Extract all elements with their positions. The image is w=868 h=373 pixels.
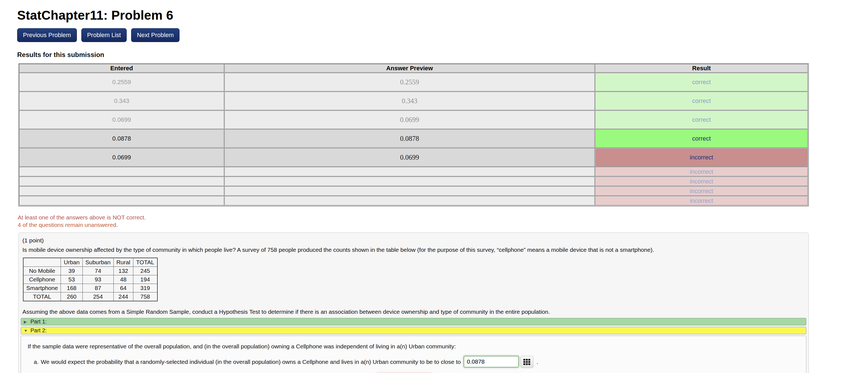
error-message: At least one of the answers above is NOT… xyxy=(18,214,868,221)
data-cell: 194 xyxy=(133,275,157,284)
preview-cell xyxy=(224,167,595,177)
previous-problem-button[interactable]: Previous Problem xyxy=(17,28,77,42)
result-cell: incorrect xyxy=(595,148,808,167)
entered-cell: 0.2559 xyxy=(19,73,224,92)
preview-cell xyxy=(224,186,595,196)
data-cell: 64 xyxy=(114,284,133,292)
result-cell: incorrect xyxy=(595,167,808,177)
table-row: 0.343 0.343 correct xyxy=(19,92,808,111)
data-cell: 74 xyxy=(83,267,114,275)
table-row: 0.2559 0.2559 correct xyxy=(19,73,808,92)
data-cell: 39 xyxy=(61,267,83,275)
page-title: StatChapter11: Problem 6 xyxy=(17,8,868,23)
result-cell: incorrect xyxy=(595,177,808,186)
results-heading: Results for this submission xyxy=(17,51,868,59)
row-label: No Mobile xyxy=(23,267,61,275)
question-a-text: We would expect the probability that a r… xyxy=(41,359,461,365)
problem-statement: Is mobile device ownership affected by t… xyxy=(22,247,806,253)
part2-accordion-header[interactable]: ▼ Part 2: xyxy=(21,327,806,334)
data-cell: 48 xyxy=(114,275,133,284)
next-problem-button[interactable]: Next Problem xyxy=(131,28,180,42)
problem-list-button[interactable]: Problem List xyxy=(81,28,127,42)
points-label: (1 point) xyxy=(22,237,806,244)
entered-cell: 0.343 xyxy=(19,92,224,111)
data-cell: 254 xyxy=(83,292,114,301)
preview-cell: 0.343 xyxy=(224,92,595,111)
contingency-table: Urban Suburban Rural TOTAL No Mobile 39 … xyxy=(23,258,158,301)
preview-cell: 0.0878 xyxy=(224,129,595,148)
table-row: incorrect xyxy=(19,167,808,177)
answer-a-input[interactable] xyxy=(464,356,519,368)
data-cell: 87 xyxy=(83,284,114,292)
entered-cell: 0.0878 xyxy=(19,129,224,148)
preview-cell: 0.0699 xyxy=(224,111,595,129)
table-row: Urban Suburban Rural TOTAL xyxy=(23,258,157,267)
submission-messages: At least one of the answers above is NOT… xyxy=(18,214,868,228)
result-cell: correct xyxy=(595,129,808,148)
corner-cell xyxy=(23,258,61,267)
results-table: Entered Answer Preview Result 0.2559 0.2… xyxy=(18,63,809,207)
result-cell: correct xyxy=(595,92,808,111)
column-header-rural: Rural xyxy=(114,258,133,267)
table-row: No Mobile 39 74 132 245 xyxy=(23,267,157,275)
table-row: Cellphone 53 93 48 194 xyxy=(23,275,157,284)
triangle-down-icon: ▼ xyxy=(24,329,28,333)
data-cell: 758 xyxy=(133,292,157,301)
column-header-entered: Entered xyxy=(19,64,224,73)
table-row: 0.0878 0.0878 correct xyxy=(19,129,808,148)
answer-a-group xyxy=(464,356,533,368)
table-row: TOTAL 260 254 244 758 xyxy=(23,292,157,301)
table-row: 0.0699 0.0699 incorrect xyxy=(19,148,808,167)
unanswered-message: 4 of the questions remain unanswered. xyxy=(18,221,868,228)
preview-cell: 0.2559 xyxy=(224,73,595,92)
table-row: incorrect xyxy=(19,196,808,206)
result-cell: correct xyxy=(595,73,808,92)
part1-label: Part 1: xyxy=(30,318,47,325)
column-header-urban: Urban xyxy=(61,258,83,267)
part2-label: Part 2: xyxy=(30,327,47,334)
triangle-right-icon: ▶ xyxy=(24,320,28,324)
problem-panel: (1 point) Is mobile device ownership aff… xyxy=(18,232,809,373)
data-cell: 260 xyxy=(61,292,83,301)
table-row: incorrect xyxy=(19,186,808,196)
entered-cell: 0.0699 xyxy=(19,111,224,129)
entered-cell xyxy=(19,177,224,186)
problem-nav: Previous Problem Problem List Next Probl… xyxy=(17,28,868,42)
row-label: Smartphone xyxy=(23,284,61,292)
data-cell: 53 xyxy=(61,275,83,284)
table-row: Smartphone 168 87 64 319 xyxy=(23,284,157,292)
question-a: a. We would expect the probability that … xyxy=(34,356,799,368)
entered-cell xyxy=(19,167,224,177)
data-cell: 132 xyxy=(114,267,133,275)
part2-intro-text: If the sample data were representative o… xyxy=(28,343,799,350)
data-cell: 93 xyxy=(83,275,114,284)
column-header-preview: Answer Preview xyxy=(224,64,595,73)
result-cell: incorrect xyxy=(595,196,808,206)
data-cell: 168 xyxy=(61,284,83,292)
column-header-total: TOTAL xyxy=(133,258,157,267)
question-a-marker: a. xyxy=(34,359,39,365)
math-keypad-button[interactable] xyxy=(521,356,533,368)
part1-accordion-header[interactable]: ▶ Part 1: xyxy=(21,318,806,325)
data-cell: 244 xyxy=(114,292,133,301)
column-header-result: Result xyxy=(595,64,808,73)
preview-cell: 0.0699 xyxy=(224,148,595,167)
result-cell: correct xyxy=(595,111,808,129)
entered-cell xyxy=(19,196,224,206)
result-cell: incorrect xyxy=(595,186,808,196)
entered-cell xyxy=(19,186,224,196)
results-header-row: Entered Answer Preview Result xyxy=(19,64,808,73)
page: StatChapter11: Problem 6 Previous Proble… xyxy=(0,0,868,373)
data-cell: 245 xyxy=(133,267,157,275)
question-a-period: . xyxy=(537,359,538,365)
column-header-suburban: Suburban xyxy=(83,258,114,267)
preview-cell xyxy=(224,196,595,206)
instruction-text: Assuming the above data comes from a Sim… xyxy=(22,309,806,315)
keypad-grid-icon xyxy=(523,359,530,365)
row-label: TOTAL xyxy=(23,292,61,301)
table-row: 0.0699 0.0699 correct xyxy=(19,111,808,129)
data-cell: 319 xyxy=(133,284,157,292)
part2-content: If the sample data were representative o… xyxy=(21,336,806,373)
preview-cell xyxy=(224,177,595,186)
row-label: Cellphone xyxy=(23,275,61,284)
